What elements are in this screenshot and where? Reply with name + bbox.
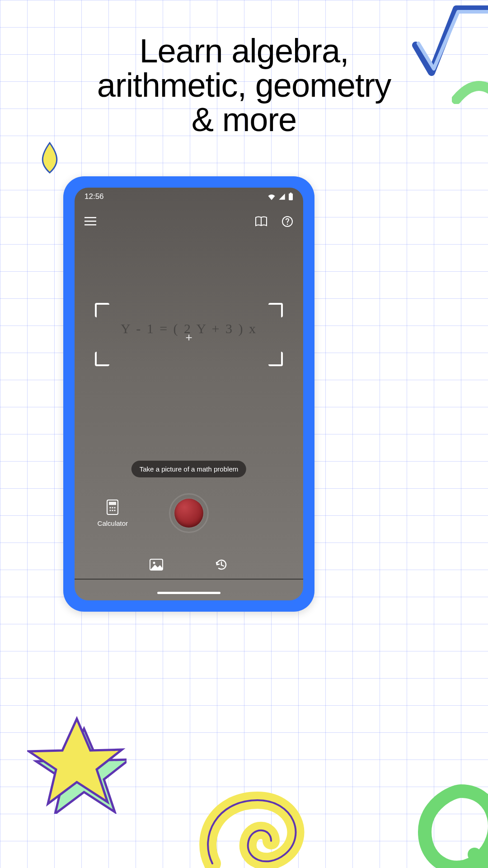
- history-icon: [215, 558, 228, 571]
- history-button[interactable]: [214, 557, 229, 572]
- crop-corner-tr[interactable]: [268, 303, 283, 317]
- wifi-icon: [267, 193, 276, 200]
- appbar: [75, 206, 303, 237]
- svg-rect-2: [289, 193, 293, 200]
- spiral-doodle-icon: [190, 769, 325, 868]
- crop-corner-tl[interactable]: [95, 303, 109, 317]
- crop-corner-bl[interactable]: [95, 352, 109, 366]
- calculator-label: Calculator: [98, 519, 128, 527]
- camera-row: Calculator: [75, 493, 303, 533]
- svg-point-15: [110, 509, 111, 511]
- nav-handle[interactable]: [157, 592, 221, 594]
- drop-doodle-icon: [36, 140, 63, 176]
- svg-point-9: [287, 224, 288, 225]
- help-button[interactable]: [281, 215, 294, 228]
- svg-point-12: [110, 507, 111, 508]
- svg-point-16: [112, 509, 113, 511]
- signal-icon: [278, 193, 286, 200]
- svg-point-19: [153, 562, 155, 564]
- svg-point-13: [112, 507, 113, 508]
- svg-rect-4: [84, 217, 96, 218]
- gallery-button[interactable]: [149, 557, 164, 572]
- menu-button[interactable]: [84, 215, 97, 228]
- bottom-row: [75, 557, 303, 572]
- svg-rect-5: [84, 221, 96, 222]
- svg-rect-11: [109, 502, 116, 505]
- shutter-inner: [174, 499, 203, 528]
- statusbar-time: 12:56: [84, 192, 104, 201]
- shutter-button[interactable]: [171, 495, 206, 531]
- hint-pill: Take a picture of a math problem: [131, 461, 246, 477]
- book-icon: [255, 216, 267, 227]
- headline: Learn algebra, arithmetic, geometry & mo…: [0, 34, 488, 137]
- svg-point-17: [114, 509, 116, 511]
- phone-screen: 12:56: [75, 188, 303, 600]
- calculator-button[interactable]: Calculator: [75, 500, 151, 527]
- crosshair-icon: +: [185, 330, 192, 344]
- help-icon: [282, 216, 293, 227]
- crop-corner-br[interactable]: [268, 352, 283, 366]
- bottom-divider: [75, 579, 303, 580]
- crop-frame[interactable]: Y - 1 = ( 2 Y + 3 ) x +: [95, 303, 283, 366]
- svg-point-14: [114, 507, 116, 508]
- calculator-icon: [107, 500, 118, 515]
- image-icon: [150, 559, 163, 571]
- svg-rect-3: [290, 193, 292, 194]
- statusbar: 12:56: [75, 188, 303, 206]
- menu-icon: [84, 217, 96, 226]
- battery-icon: [288, 193, 293, 201]
- loop-doodle-icon: [407, 778, 488, 868]
- phone-frame: 12:56: [63, 176, 314, 612]
- star-doodle-icon: [27, 714, 127, 814]
- book-button[interactable]: [254, 215, 268, 228]
- hint-text: Take a picture of a math problem: [140, 465, 238, 473]
- svg-rect-6: [84, 224, 96, 226]
- headline-text: Learn algebra, arithmetic, geometry & mo…: [97, 32, 391, 138]
